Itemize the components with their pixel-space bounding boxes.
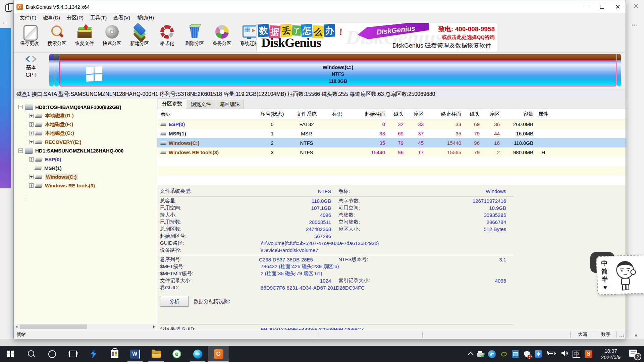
- tree-item-local-d[interactable]: 本地磁盘(D:): [14, 111, 157, 120]
- table-row-windows-c-selected[interactable]: Windows(C:) 2NTFS 357945 154409616 118.0…: [157, 138, 626, 147]
- tree-item-hd1[interactable]: HD1:SAMSUNGMZNLN128HAHQ-000: [14, 146, 157, 155]
- collapse-icon[interactable]: [18, 105, 23, 109]
- tab-partition-params[interactable]: 分区参数: [158, 99, 186, 109]
- table-row-msr[interactable]: MSR(1) 1MSR 336937 357944 16.0MB: [157, 129, 626, 138]
- partition-icon: [35, 114, 43, 118]
- tree-item-windows-c[interactable]: Windows(C:): [14, 172, 157, 181]
- menu-disk[interactable]: 磁盘(D): [40, 15, 63, 21]
- taskbar-search-button[interactable]: [21, 346, 42, 362]
- menu-view[interactable]: 查看(V): [110, 15, 133, 21]
- ime-mode-chinese[interactable]: 中: [597, 259, 612, 268]
- save-changes-button[interactable]: 保存更改: [16, 22, 43, 47]
- battery-tray-icon[interactable]: [546, 351, 556, 357]
- ime-mode-halfwidth[interactable]: 半: [597, 275, 612, 284]
- slogan-tile: 了: [292, 25, 301, 36]
- msr-partition-block[interactable]: [54, 54, 59, 86]
- search-partition-button[interactable]: 搜索分区: [43, 22, 71, 47]
- messenger-tray-icon[interactable]: [488, 350, 496, 358]
- expand-icon[interactable]: [29, 183, 34, 188]
- expand-icon[interactable]: [29, 122, 34, 127]
- backup-partition-button[interactable]: 备份分区: [208, 22, 236, 47]
- cortana-button[interactable]: [42, 346, 62, 362]
- resize-grip[interactable]: [617, 330, 626, 339]
- scroll-down-icon[interactable]: ▾: [635, 333, 637, 339]
- more-options-icon[interactable]: ⋯: [631, 21, 638, 29]
- tree-item-hd0[interactable]: HD0:TOSHIBAMQ04ABF100(932GB): [14, 103, 157, 111]
- tray-expand-icon[interactable]: [468, 352, 474, 358]
- ime-mode-simplified[interactable]: 简: [597, 267, 612, 276]
- ime-indicator[interactable]: 中: [573, 351, 580, 358]
- background-close-icon[interactable]: [633, 3, 639, 9]
- windows-c-partition-block[interactable]: Windows(C:) NTFS 118.0GB: [59, 54, 616, 86]
- menu-file[interactable]: 文件(F): [16, 15, 40, 21]
- titlebar[interactable]: G DiskGenius V5.4.3.1342 x64: [14, 0, 626, 13]
- menu-tools[interactable]: 工具(T): [87, 15, 110, 21]
- table-row-windows-re[interactable]: Windows RE tools(3) 3NTFS 154409617 1556…: [157, 147, 626, 157]
- delete-partition-icon: [187, 24, 202, 40]
- expand-icon[interactable]: [29, 114, 34, 118]
- tab-browse-files[interactable]: 浏览文件: [187, 100, 215, 109]
- menu-help[interactable]: 帮助(H): [133, 15, 157, 21]
- start-button[interactable]: [0, 346, 21, 362]
- tree-item-windows-re[interactable]: Windows RE tools(3): [14, 181, 157, 190]
- printer-tray-icon[interactable]: [477, 351, 484, 357]
- expand-icon[interactable]: [29, 175, 34, 179]
- background-tab-icon[interactable]: [5, 3, 13, 11]
- esp-partition-block[interactable]: [49, 54, 54, 86]
- partition-icon: [35, 140, 43, 144]
- toolbar-label: 快速分区: [103, 41, 121, 47]
- microsoft-store-button[interactable]: [104, 346, 125, 362]
- ime-heart-icon[interactable]: ♥: [598, 283, 613, 292]
- cortana-icon: [48, 350, 56, 358]
- expand-icon[interactable]: [29, 131, 34, 135]
- back-arrow-icon[interactable]: ←: [2, 17, 9, 26]
- green-browser-button[interactable]: e: [166, 346, 187, 362]
- ime-status-widget[interactable]: 中 简 半 ♥: [596, 254, 644, 295]
- recovery-partition-block[interactable]: [617, 54, 621, 86]
- tree-item-esp[interactable]: ESP(0): [14, 155, 157, 164]
- tree-item-msr[interactable]: MSR(1): [14, 164, 157, 172]
- maximize-button[interactable]: [594, 0, 610, 13]
- tree-item-local-g[interactable]: 本地磁盘(G:): [14, 129, 157, 137]
- quick-partition-button[interactable]: 快速分区: [98, 22, 126, 47]
- collapse-icon[interactable]: [18, 148, 23, 153]
- expand-icon[interactable]: [29, 140, 34, 144]
- partition-icon: [35, 183, 43, 188]
- close-button[interactable]: [610, 0, 626, 13]
- disk-nav-arrows-icon[interactable]: [24, 55, 39, 63]
- ad-banner[interactable]: DiskGenius 数 据 丢 了 怎 么 办 ！ DiskGenius 致电…: [256, 23, 497, 52]
- taskbar-clock[interactable]: 18:37 2022/5/9: [597, 348, 625, 360]
- tree-item-recovery-e[interactable]: RECOVERY(E:): [14, 137, 157, 146]
- tree-item-local-f[interactable]: 本地磁盘(F:): [14, 120, 157, 129]
- tree-item-label: Windows RE tools(3): [45, 183, 95, 188]
- volume-tray-icon[interactable]: [561, 350, 568, 358]
- tab-sector-edit[interactable]: 扇区编辑: [216, 100, 244, 109]
- horizontal-scrollbar[interactable]: [14, 324, 157, 330]
- banner-qq-link[interactable]: 或点击此处选择QQ咨询: [438, 34, 495, 41]
- delete-partition-button[interactable]: 删除分区: [181, 22, 208, 47]
- file-explorer-button[interactable]: [146, 346, 166, 362]
- expand-icon[interactable]: [29, 157, 34, 162]
- diskgenius-taskbar-button[interactable]: G: [208, 346, 229, 362]
- nvidia-tray-icon[interactable]: [500, 350, 507, 358]
- snowflake-tray-icon[interactable]: [535, 350, 542, 358]
- scroll-right-icon[interactable]: [151, 324, 157, 329]
- format-button[interactable]: 格式化: [153, 22, 181, 47]
- sogou-tray-icon[interactable]: S: [585, 350, 592, 358]
- menubar: 文件(F) 磁盘(D) 分区(P) 工具(T) 查看(V) 帮助(H): [14, 13, 626, 22]
- word-button[interactable]: W: [125, 346, 146, 362]
- intel-graphics-tray-icon[interactable]: [512, 350, 519, 358]
- recover-files-button[interactable]: 恢复文件: [71, 22, 98, 47]
- analyze-button[interactable]: 分析: [160, 296, 189, 307]
- defender-tray-icon[interactable]: [524, 351, 530, 358]
- lightning-app-button[interactable]: [83, 346, 104, 362]
- scrollbar-thumb[interactable]: [20, 324, 87, 329]
- task-view-button[interactable]: [62, 346, 83, 362]
- action-center-button[interactable]: 2: [629, 350, 639, 358]
- table-row-esp[interactable]: ESP(0) 0FAT32 03233 336936 260.0MB: [157, 119, 626, 129]
- edge-button[interactable]: [187, 346, 208, 362]
- new-partition-button[interactable]: 新建分区: [126, 22, 153, 47]
- menu-partition[interactable]: 分区(P): [63, 15, 87, 21]
- minimize-button[interactable]: [578, 0, 594, 13]
- scroll-left-icon[interactable]: [14, 324, 19, 329]
